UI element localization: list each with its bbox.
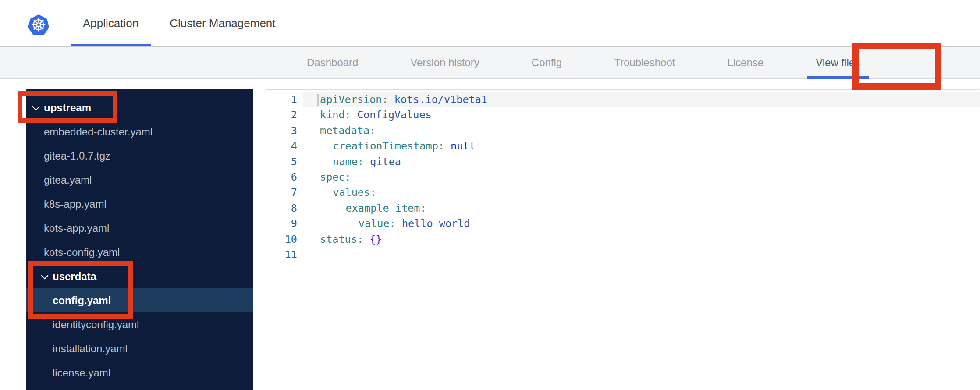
tree-item-embedded-cluster-yaml[interactable]: embedded-cluster.yaml [26,120,253,144]
code-content: values: [303,185,980,200]
tab-troubleshoot[interactable]: Troubleshoot [614,57,675,69]
tree-item-gitea-yaml[interactable]: gitea.yaml [26,168,253,192]
code-content: name: gitea [303,154,980,170]
tree-item-kots-config-yaml[interactable]: kots-config.yaml [26,240,253,264]
code-content: metadata: [303,123,980,138]
code-line: 10status: {} [264,232,980,247]
kots-admin-console: ☸ ApplicationCluster Management Dashboar… [0,0,980,390]
tab-view-files[interactable]: View files [816,57,860,69]
line-number: 2 [264,107,303,123]
file-label: license.yaml [53,367,110,379]
line-number: 9 [264,216,303,231]
tree-item-gitea-1-0-7-tgz[interactable]: gitea-1.0.7.tgz [26,144,253,168]
indent-guide [320,138,333,154]
tree-item-installation-yaml[interactable]: installation.yaml [26,337,253,361]
file-label: k8s-app.yaml [44,198,107,210]
app-tabs: ApplicationCluster Management [0,0,288,46]
indent-guide [320,201,333,216]
code-content: example_item: [303,201,980,216]
line-number: 7 [264,185,303,200]
text-cursor [317,94,319,106]
tree-item-license-yaml[interactable]: license.yaml [26,361,253,385]
line-number: 10 [264,232,303,247]
tree-item-k8s-app-yaml[interactable]: k8s-app.yaml [26,192,253,216]
code-line: 3metadata: [264,123,980,138]
line-number: 1 [264,92,303,107]
file-label: embedded-cluster.yaml [44,126,153,138]
indent-guide [346,216,359,231]
code-line: 8example_item: [264,201,980,216]
code-line: 7values: [264,185,980,200]
indent-guide [320,216,333,231]
code-line: 2kind: ConfigValues [264,107,980,123]
code-content: creationTimestamp: null [303,138,980,154]
tab-config[interactable]: Config [532,57,562,69]
tab-dashboard[interactable]: Dashboard [307,57,358,69]
file-label: gitea.yaml [44,174,92,186]
code-line: 1apiVersion: kots.io/v1beta1 [264,92,980,107]
code-editor[interactable]: 1apiVersion: kots.io/v1beta12kind: Confi… [264,89,980,390]
code-line: 5name: gitea [264,154,980,170]
code-line: 6spec: [264,170,980,185]
tree-item-kots-app-yaml[interactable]: kots-app.yaml [26,216,253,240]
file-label: config.yaml [53,294,111,307]
line-number: 6 [264,170,303,185]
chevron-down-icon [41,273,49,280]
indent-guide [333,216,345,231]
line-number: 4 [264,138,303,154]
line-number: 11 [264,247,303,262]
indent-guide [320,185,333,200]
code-content: spec: [303,170,980,185]
file-label: installation.yaml [53,343,128,355]
tab-version-history[interactable]: Version history [410,57,479,69]
indent-guide [333,201,345,216]
code-line: 9value: hello world [264,216,980,231]
tab-cluster-management[interactable]: Cluster Management [157,0,288,46]
file-tree-sidebar: upstreamembedded-cluster.yamlgitea-1.0.7… [26,89,253,390]
indent-guide [320,154,333,170]
app-subnav: DashboardVersion historyConfigTroublesho… [0,47,980,79]
code-content: status: {} [303,232,980,247]
line-number: 8 [264,201,303,216]
folder-label: upstream [44,102,91,114]
tree-item-upstream[interactable]: upstream [26,96,253,120]
tab-application[interactable]: Application [71,0,151,46]
chevron-down-icon [32,104,40,112]
tree-item-userdata[interactable]: userdata [26,264,253,288]
code-content: value: hello world [303,216,980,231]
line-number: 3 [264,123,303,138]
code-line: 4creationTimestamp: null [264,138,980,154]
tab-license[interactable]: License [727,57,763,69]
line-number: 5 [264,154,303,170]
file-label: identityconfig.yaml [53,319,139,331]
code-content: apiVersion: kots.io/v1beta1 [303,92,980,107]
code-content [303,247,980,262]
top-nav: ☸ ApplicationCluster Management [0,0,980,47]
folder-label: userdata [53,270,96,283]
code-line: 11 [264,247,980,262]
tree-item-config-yaml[interactable]: config.yaml [26,288,253,312]
file-label: kots-app.yaml [44,222,109,234]
code-content: kind: ConfigValues [303,107,980,123]
file-label: kots-config.yaml [44,246,120,259]
file-label: gitea-1.0.7.tgz [44,150,110,162]
tree-item-identityconfig-yaml[interactable]: identityconfig.yaml [26,312,253,337]
